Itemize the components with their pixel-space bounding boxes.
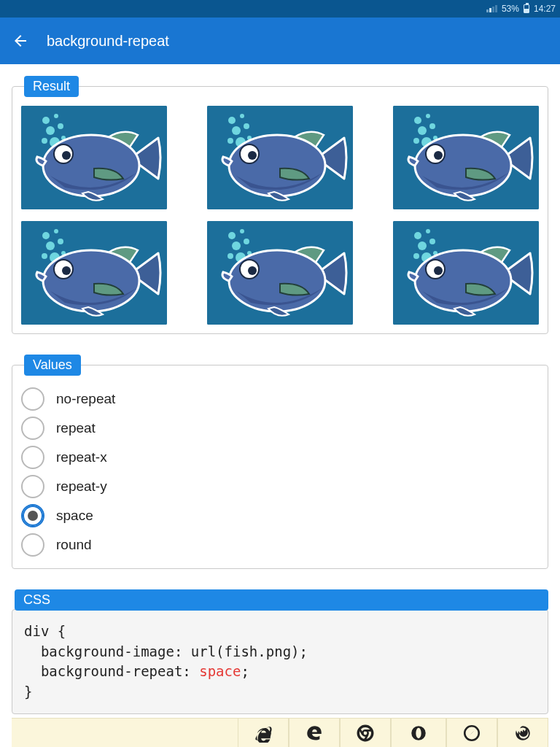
battery-icon <box>524 4 529 13</box>
browser-opera[interactable] <box>391 718 446 747</box>
result-section: Result <box>12 76 548 334</box>
radio-icon <box>21 475 44 498</box>
radio-icon <box>21 417 44 440</box>
firefox-icon <box>513 724 532 743</box>
code-close: } <box>24 684 32 700</box>
value-option-repeat-x[interactable]: repeat-x <box>21 446 539 469</box>
bg-tile <box>207 106 353 209</box>
css-legend: CSS <box>15 589 548 611</box>
radio-label: repeat <box>56 420 96 436</box>
value-option-repeat-y[interactable]: repeat-y <box>21 475 539 498</box>
android-status-bar: 53% 14:27 <box>0 0 560 18</box>
browser-ie[interactable] <box>238 718 289 747</box>
chrome-icon <box>356 724 375 743</box>
browser-compat-row <box>12 718 548 747</box>
radio-icon <box>21 533 44 557</box>
radio-label: repeat-x <box>56 449 107 465</box>
value-option-round[interactable]: round <box>21 533 539 557</box>
browser-safari[interactable] <box>446 718 497 747</box>
edge-icon <box>305 724 324 743</box>
bg-tile <box>21 221 167 325</box>
svg-point-14 <box>416 727 421 738</box>
ie-icon <box>254 724 273 743</box>
value-option-space[interactable]: space <box>21 504 539 527</box>
radio-label: repeat-y <box>56 479 107 495</box>
bg-tile <box>21 106 167 209</box>
code-val: url(fish.png); <box>191 643 308 659</box>
page-content: Result Values no-repeatrepeatrepeat-xrep… <box>0 64 560 726</box>
value-option-repeat[interactable]: repeat <box>21 417 539 440</box>
code-prop: background-repeat: <box>41 663 191 679</box>
page-title: background-repeat <box>47 33 169 50</box>
radio-icon <box>21 504 44 527</box>
safari-icon <box>462 724 481 743</box>
values-section: Values no-repeatrepeatrepeat-xrepeat-ysp… <box>12 355 548 569</box>
code-active-value: space <box>199 663 241 679</box>
battery-percent: 53% <box>502 4 519 14</box>
css-code: div { background-image: url(fish.png); b… <box>12 609 548 714</box>
bg-tile <box>207 221 353 325</box>
browser-edge[interactable] <box>289 718 340 747</box>
browser-chrome[interactable] <box>340 718 391 747</box>
signal-icon <box>486 5 497 12</box>
radio-label: round <box>56 537 92 553</box>
result-legend: Result <box>24 76 79 97</box>
radio-label: no-repeat <box>56 391 115 407</box>
arrow-left-icon <box>12 32 29 50</box>
radio-icon <box>21 387 44 411</box>
value-option-no-repeat[interactable]: no-repeat <box>21 387 539 411</box>
radio-label: space <box>56 508 93 524</box>
opera-icon <box>409 724 428 743</box>
app-bar: background-repeat <box>0 18 560 64</box>
bg-tile <box>393 221 539 325</box>
clock: 14:27 <box>534 4 556 14</box>
values-legend: Values <box>24 355 81 376</box>
code-selector: div { <box>24 623 66 639</box>
svg-point-15 <box>464 726 479 740</box>
css-section: CSS div { background-image: url(fish.png… <box>12 589 548 714</box>
bg-tile <box>393 106 539 209</box>
code-prop: background-image: <box>41 643 182 659</box>
browser-firefox[interactable] <box>497 718 548 747</box>
radio-icon <box>21 446 44 469</box>
result-preview <box>21 106 539 325</box>
back-button[interactable] <box>12 32 29 50</box>
values-radio-group: no-repeatrepeatrepeat-xrepeat-yspaceroun… <box>21 384 539 560</box>
